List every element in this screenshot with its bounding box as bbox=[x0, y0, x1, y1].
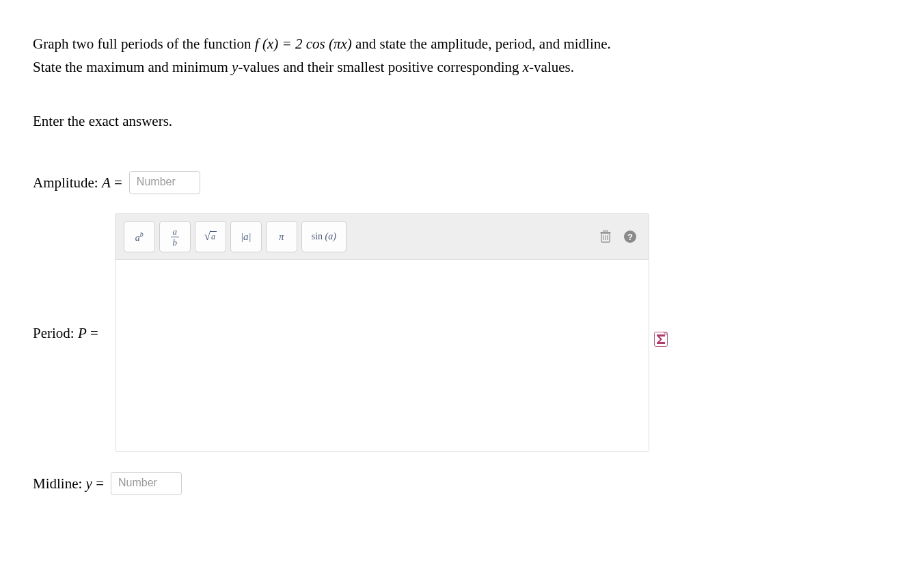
q-line2: State the maximum and minimum y-values a… bbox=[33, 59, 574, 75]
svg-rect-5 bbox=[603, 230, 608, 232]
q-function: f (x) = 2 cos (πx) bbox=[255, 36, 352, 52]
abs-button[interactable]: |a| bbox=[230, 221, 262, 252]
trash-icon[interactable] bbox=[595, 226, 616, 247]
sqrt-button[interactable]: √a bbox=[195, 221, 226, 252]
power-button[interactable]: ab bbox=[124, 221, 155, 252]
amplitude-label: Amplitude: A = bbox=[33, 174, 129, 192]
midline-input[interactable]: Number bbox=[111, 472, 182, 495]
instruction-text: Enter the exact answers. bbox=[33, 113, 891, 130]
equation-input[interactable] bbox=[116, 259, 649, 451]
equation-toolbar: ab a b √a |a| π sin (a) bbox=[116, 214, 649, 259]
midline-label: Midline: y = bbox=[33, 475, 111, 492]
svg-text:?: ? bbox=[627, 232, 633, 242]
pi-button[interactable]: π bbox=[266, 221, 297, 252]
question-text: Graph two full periods of the function f… bbox=[33, 33, 891, 79]
equation-sigma-icon[interactable] bbox=[654, 332, 668, 347]
amplitude-row: Amplitude: A = Number bbox=[33, 171, 891, 194]
amplitude-input[interactable]: Number bbox=[129, 171, 200, 194]
q-line1-pre: Graph two full periods of the function bbox=[33, 36, 255, 52]
q-line1-post: and state the amplitude, period, and mid… bbox=[352, 36, 611, 52]
midline-row: Midline: y = Number bbox=[33, 472, 891, 495]
period-label: Period: P = bbox=[33, 325, 105, 342]
equation-editor: ab a b √a |a| π sin (a) bbox=[115, 213, 649, 452]
sin-button[interactable]: sin (a) bbox=[301, 221, 346, 252]
fraction-button[interactable]: a b bbox=[159, 221, 191, 252]
help-icon[interactable]: ? bbox=[620, 226, 640, 247]
period-row: Period: P = ab a b √a |a| π bbox=[33, 213, 891, 453]
